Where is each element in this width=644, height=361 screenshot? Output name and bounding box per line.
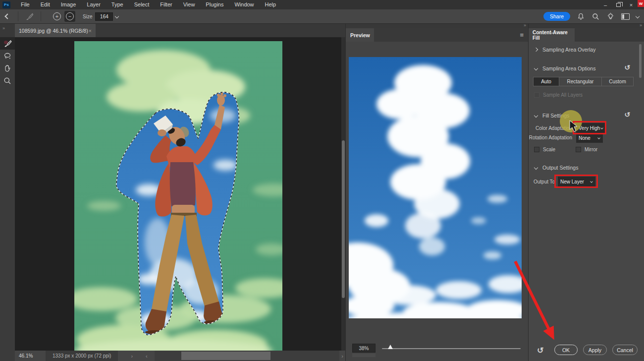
- menu-plugins[interactable]: Plugins: [200, 0, 229, 9]
- preview-tab[interactable]: Preview: [346, 28, 374, 42]
- sampling-area-options-header[interactable]: Sampling Area Options: [535, 65, 595, 71]
- ok-button[interactable]: OK: [554, 345, 578, 355]
- canvas-vertical-scrollbar[interactable]: [341, 37, 345, 351]
- magnifier-icon: [3, 76, 12, 85]
- sampling-brush-tool[interactable]: [0, 37, 15, 50]
- hand-icon: [3, 64, 12, 73]
- sampling-options-reset-icon[interactable]: ↺: [624, 63, 630, 71]
- restore-icon: [616, 3, 621, 7]
- mirror-checkbox[interactable]: [576, 147, 581, 152]
- preview-panel-strip: »: [346, 24, 528, 28]
- output-settings-header[interactable]: Output Settings: [535, 165, 578, 171]
- workspace-chevron-icon[interactable]: [636, 14, 640, 18]
- fill-settings-reset-icon[interactable]: ↺: [624, 111, 630, 119]
- canvas-horizontal-scrollbar[interactable]: [155, 351, 340, 361]
- statusbar-zoom-level[interactable]: 46.1%: [19, 353, 41, 359]
- chevron-right-icon: [534, 48, 538, 52]
- zoom-tool[interactable]: [0, 74, 15, 87]
- color-adaptation-dropdown[interactable]: Very High: [576, 123, 606, 133]
- rotation-adaptation-label: Rotation Adaptation: [529, 135, 572, 140]
- menu-filter[interactable]: Filter: [155, 0, 177, 9]
- chevron-down-icon: [534, 66, 538, 70]
- preview-panel-menu-icon[interactable]: ≡: [520, 32, 524, 38]
- divider: [41, 11, 41, 21]
- menu-window[interactable]: Window: [229, 0, 259, 9]
- sampling-mode-segmented-control: Auto Rectangular Custom: [533, 77, 634, 86]
- mode-custom-button[interactable]: Custom: [602, 77, 633, 86]
- discover-lightbulb-icon[interactable]: [606, 12, 615, 21]
- search-icon[interactable]: [591, 12, 600, 21]
- menu-edit[interactable]: Edit: [35, 0, 55, 9]
- horizontal-scrollbar-thumb[interactable]: [181, 352, 270, 360]
- add-sampling-area-button[interactable]: +: [53, 12, 61, 20]
- hand-tool[interactable]: [0, 62, 15, 74]
- caf-scrollbar-thumb[interactable]: [639, 44, 642, 78]
- mode-rectangular-button[interactable]: Rectangular: [559, 77, 602, 86]
- rotation-adaptation-dropdown[interactable]: None: [576, 133, 603, 143]
- caf-collapse-icon[interactable]: »: [640, 23, 642, 28]
- preview-panel: » Preview ≡: [345, 24, 528, 361]
- subtract-sampling-area-button[interactable]: −: [64, 11, 75, 22]
- statusbar-dimensions: 1333 px x 2000 px (72 ppi): [46, 351, 118, 361]
- sample-all-layers-label: Sample All Layers: [543, 92, 583, 98]
- photoshop-window: Ps File Edit Image Layer Type Select Fil…: [0, 0, 644, 361]
- minimize-button[interactable]: –: [599, 0, 612, 9]
- menu-layer[interactable]: Layer: [81, 0, 106, 9]
- vertical-scrollbar-thumb[interactable]: [342, 140, 345, 298]
- scrollbar-right-arrow-icon[interactable]: ›: [341, 353, 343, 359]
- brush-size-label: Size: [83, 14, 92, 19]
- window-controls: – × W: [599, 0, 644, 9]
- sample-all-layers-checkbox[interactable]: [534, 92, 539, 98]
- preview-zoom-input[interactable]: 38%: [352, 344, 376, 353]
- menu-image[interactable]: Image: [55, 0, 82, 9]
- minus-icon: −: [66, 12, 74, 20]
- caf-panel-strip: »: [529, 24, 644, 28]
- output-to-dropdown[interactable]: New Layer: [558, 177, 595, 186]
- back-chevron-icon: [4, 13, 10, 19]
- document-canvas[interactable]: [15, 37, 341, 351]
- lasso-tool[interactable]: [0, 50, 15, 62]
- scale-row: Scale: [534, 147, 555, 152]
- dropdown-chevron-icon: [600, 126, 603, 129]
- mode-auto-button[interactable]: Auto: [534, 77, 559, 86]
- menu-help[interactable]: Help: [260, 0, 282, 9]
- statusbar-next-icon[interactable]: ›: [131, 353, 133, 359]
- canvas-image[interactable]: [74, 41, 282, 351]
- chevron-down-icon: [534, 166, 538, 170]
- apply-button[interactable]: Apply: [583, 345, 607, 355]
- titlebar: Ps File Edit Image Layer Type Select Fil…: [0, 0, 644, 9]
- menubar: File Edit Image Layer Type Select Filter…: [15, 0, 281, 9]
- tabbar-collapse-icon[interactable]: »: [2, 26, 4, 31]
- document-tab-close-icon[interactable]: ×: [89, 28, 92, 34]
- fill-settings-header[interactable]: Fill Settings: [535, 113, 569, 119]
- menu-file[interactable]: File: [15, 0, 35, 9]
- brush-size-chevron-icon[interactable]: [115, 14, 119, 18]
- sampling-area-overlay-header[interactable]: Sampling Area Overlay: [535, 47, 595, 53]
- menu-select[interactable]: Select: [129, 0, 155, 9]
- cancel-button[interactable]: Cancel: [612, 345, 638, 355]
- scale-label: Scale: [543, 147, 555, 152]
- content-aware-fill-panel: » Content-Aware Fill Sampling Area Overl…: [528, 24, 644, 361]
- document-tab[interactable]: 108599.jpg @ 46.1% (RGB/8) ×: [15, 24, 96, 37]
- caf-tab[interactable]: Content-Aware Fill: [529, 28, 575, 42]
- close-button[interactable]: ×: [625, 0, 638, 9]
- workspace-panel-icon[interactable]: [621, 13, 630, 20]
- preview-body: 38%: [346, 42, 528, 361]
- document-tab-title: 108599.jpg @ 46.1% (RGB/8): [19, 28, 88, 34]
- menu-type[interactable]: Type: [106, 0, 129, 9]
- restore-button[interactable]: [612, 0, 625, 9]
- preview-collapse-icon[interactable]: »: [524, 23, 526, 28]
- preview-zoom-slider-thumb[interactable]: [388, 345, 393, 349]
- back-button[interactable]: [0, 14, 15, 18]
- document-statusbar: 46.1% 1333 px x 2000 px (72 ppi) › ‹ ›: [15, 351, 345, 361]
- footer-reset-icon[interactable]: ↺: [537, 346, 543, 355]
- menu-view[interactable]: View: [178, 0, 201, 9]
- preview-zoom-slider[interactable]: [382, 348, 521, 349]
- scale-checkbox[interactable]: [534, 147, 539, 152]
- brush-size-input[interactable]: 164: [95, 12, 113, 21]
- statusbar-prev-icon[interactable]: ‹: [146, 353, 148, 359]
- notifications-bell-icon[interactable]: [577, 12, 585, 21]
- share-button[interactable]: Share: [543, 12, 570, 21]
- caf-tabbar: Content-Aware Fill: [529, 28, 644, 42]
- tools-panel: [0, 37, 15, 361]
